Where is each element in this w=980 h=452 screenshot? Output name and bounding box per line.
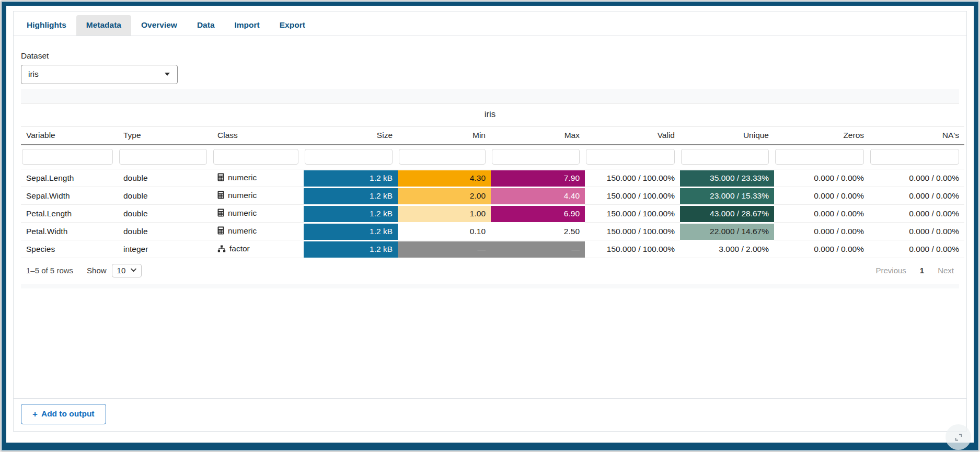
cell-max: 7.90	[491, 169, 585, 187]
cell-max: 6.90	[491, 204, 585, 222]
page-size-label: Show	[87, 266, 107, 275]
pager-next-button[interactable]: Next	[938, 266, 954, 275]
cell-type: integer	[118, 240, 212, 258]
cell-class: numeric	[212, 187, 304, 204]
cell-min: 4.30	[398, 169, 491, 187]
cell-class: numeric	[212, 222, 304, 240]
tab-data[interactable]: Data	[187, 15, 225, 36]
add-to-output-label: Add to output	[41, 409, 95, 419]
cell-variable: Petal.Width	[21, 222, 118, 240]
table-row: Sepal.Lengthdoublenumeric1.2 kB4.307.901…	[21, 169, 964, 187]
cell-type: double	[118, 187, 212, 204]
pager-previous-button[interactable]: Previous	[875, 266, 906, 275]
tab-import[interactable]: Import	[225, 15, 270, 36]
caret-down-icon	[165, 73, 170, 76]
tab-highlights[interactable]: Highlights	[17, 15, 76, 36]
column-header-zeros[interactable]: Zeros	[774, 126, 869, 145]
dataset-select[interactable]: iris	[21, 65, 178, 84]
column-header-nas[interactable]: NA's	[869, 126, 964, 145]
chevron-down-icon	[131, 268, 136, 272]
tab-bar: HighlightsMetadataOverviewDataImportExpo…	[14, 11, 966, 36]
cell-unique: 43.000 / 28.67%	[680, 204, 774, 222]
table-row: Sepal.Widthdoublenumeric1.2 kB2.004.4015…	[21, 187, 964, 204]
pager-page-1-button[interactable]: 1	[920, 266, 924, 275]
filter-input-max[interactable]	[492, 149, 580, 165]
column-header-variable[interactable]: Variable	[21, 126, 118, 145]
cell-variable: Petal.Length	[21, 204, 118, 222]
metadata-table-panel: iris VariableTypeClassSizeMinMaxValidUni…	[21, 89, 959, 288]
cell-min: 0.10	[398, 222, 491, 240]
cell-unique: 23.000 / 15.33%	[680, 187, 774, 204]
tabset-card: HighlightsMetadataOverviewDataImportExpo…	[13, 11, 967, 432]
app-frame: HighlightsMetadataOverviewDataImportExpo…	[2, 2, 978, 450]
filter-input-size[interactable]	[305, 149, 393, 165]
cell-class: numeric	[212, 169, 304, 187]
cell-unique: 3.000 / 2.00%	[680, 240, 774, 258]
sitemap-icon	[217, 241, 226, 258]
dataset-label: Dataset	[21, 51, 959, 61]
cell-valid: 150.000 / 100.00%	[585, 187, 680, 204]
column-header-valid[interactable]: Valid	[585, 126, 680, 145]
filter-input-variable[interactable]	[22, 149, 113, 165]
expand-icon	[953, 432, 964, 443]
filter-input-unique[interactable]	[681, 149, 769, 165]
cell-max: 2.50	[491, 222, 585, 240]
column-header-min[interactable]: Min	[398, 126, 491, 145]
filter-input-type[interactable]	[119, 149, 207, 165]
cell-valid: 150.000 / 100.00%	[585, 169, 680, 187]
cell-type: double	[118, 169, 212, 187]
cell-nas: 0.000 / 0.00%	[869, 240, 964, 258]
calculator-icon	[217, 188, 224, 204]
add-to-output-button[interactable]: + Add to output	[21, 404, 106, 424]
filter-input-valid[interactable]	[586, 149, 675, 165]
cell-nas: 0.000 / 0.00%	[869, 169, 964, 187]
plus-icon: +	[32, 410, 38, 419]
tab-export[interactable]: Export	[270, 15, 315, 36]
table-filter-row	[21, 145, 964, 169]
page-size-select[interactable]: 10	[112, 264, 142, 277]
cell-min: —	[398, 240, 491, 258]
cell-class: numeric	[212, 204, 304, 222]
cell-valid: 150.000 / 100.00%	[585, 222, 680, 240]
cell-max: 4.40	[491, 187, 585, 204]
tab-content-metadata: Dataset iris iris VariableTypeClassSizeM…	[14, 36, 966, 399]
filter-input-nas[interactable]	[870, 149, 959, 165]
cell-zeros: 0.000 / 0.00%	[774, 169, 869, 187]
column-header-max[interactable]: Max	[491, 126, 585, 145]
table-title: iris	[21, 103, 959, 126]
calculator-icon	[217, 170, 224, 187]
cell-type: double	[118, 204, 212, 222]
cell-valid: 150.000 / 100.00%	[585, 204, 680, 222]
filter-input-class[interactable]	[213, 149, 298, 165]
filter-input-min[interactable]	[399, 149, 486, 165]
fullscreen-button[interactable]	[946, 424, 971, 450]
filter-input-zeros[interactable]	[775, 149, 864, 165]
cell-min: 1.00	[398, 204, 491, 222]
table-row: Petal.Lengthdoublenumeric1.2 kB1.006.901…	[21, 204, 964, 222]
column-header-unique[interactable]: Unique	[680, 126, 774, 145]
cell-max: —	[491, 240, 585, 258]
column-header-class[interactable]: Class	[212, 126, 304, 145]
table-row: Speciesintegerfactor1.2 kB——150.000 / 10…	[21, 240, 964, 258]
column-header-size[interactable]: Size	[304, 126, 398, 145]
cell-size: 1.2 kB	[304, 240, 398, 258]
calculator-icon	[217, 224, 224, 240]
cell-nas: 0.000 / 0.00%	[869, 187, 964, 204]
cell-nas: 0.000 / 0.00%	[869, 204, 964, 222]
cell-class: factor	[212, 240, 304, 258]
card-footer: + Add to output	[14, 398, 966, 431]
calculator-icon	[217, 206, 224, 222]
pager-range: 1–5 of 5 rows	[26, 266, 73, 275]
cell-variable: Sepal.Length	[21, 169, 118, 187]
metadata-table: iris VariableTypeClassSizeMinMaxValidUni…	[21, 103, 959, 284]
cell-type: double	[118, 222, 212, 240]
cell-size: 1.2 kB	[304, 169, 398, 187]
tab-metadata[interactable]: Metadata	[76, 15, 131, 36]
page-size-value: 10	[117, 266, 126, 275]
cell-zeros: 0.000 / 0.00%	[774, 204, 869, 222]
column-header-type[interactable]: Type	[118, 126, 212, 145]
cell-variable: Species	[21, 240, 118, 258]
app-window: HighlightsMetadataOverviewDataImportExpo…	[0, 0, 980, 452]
cell-unique: 35.000 / 23.33%	[680, 169, 774, 187]
tab-overview[interactable]: Overview	[131, 15, 187, 36]
